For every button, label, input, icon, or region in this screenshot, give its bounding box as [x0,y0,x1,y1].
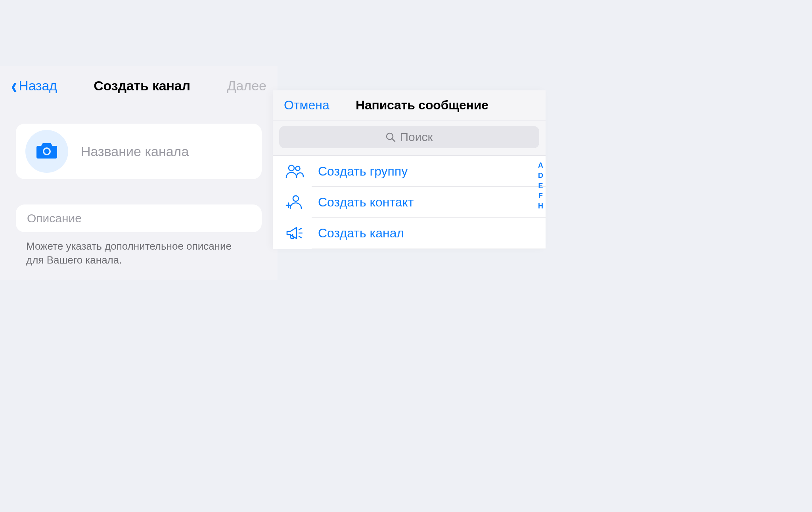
page-title: Создать канал [94,78,190,94]
alphabet-index: A D E F H [538,162,543,210]
index-letter[interactable]: D [538,172,543,180]
megaphone-icon [284,224,304,242]
group-icon [284,162,304,180]
camera-icon [36,141,58,162]
back-label: Назад [19,78,57,94]
index-letter[interactable]: H [538,203,543,210]
compose-message-panel: Отмена Написать сообщение Поиск Создать … [273,90,546,249]
svg-point-4 [289,165,294,171]
channel-description-card [16,204,262,232]
svg-point-1 [44,149,50,154]
channel-name-input[interactable] [81,144,252,159]
option-label: Создать контакт [318,195,414,210]
svg-point-5 [296,166,300,171]
search-input[interactable]: Поиск [279,126,539,148]
search-container: Поиск [273,120,546,156]
navbar: Отмена Написать сообщение [273,90,546,120]
svg-point-2 [387,133,393,139]
chevron-left-icon: ‹ [11,74,17,97]
channel-name-card [16,124,262,179]
create-contact-option[interactable]: Создать контакт [273,187,546,218]
create-channel-option[interactable]: Создать канал [273,218,546,248]
add-contact-icon [284,193,304,211]
index-letter[interactable]: E [538,182,543,190]
cancel-button[interactable]: Отмена [284,98,329,113]
page-title: Написать сообщение [345,98,499,113]
svg-line-9 [299,228,301,230]
search-icon [385,132,396,142]
back-button[interactable]: ‹ Назад [11,76,57,95]
description-footer-note: Можете указать дополнительное описание д… [26,239,251,267]
svg-line-3 [393,139,395,142]
create-channel-panel: ‹ Назад Создать канал Далее Можете указа… [0,66,278,280]
svg-line-11 [299,236,301,238]
option-label: Создать канал [318,226,404,241]
navbar: ‹ Назад Создать канал Далее [0,66,278,105]
set-photo-button[interactable] [25,130,68,173]
svg-point-6 [293,196,299,201]
channel-description-input[interactable] [27,212,251,225]
option-label: Создать группу [318,164,408,179]
index-letter[interactable]: A [538,162,543,170]
next-button[interactable]: Далее [227,78,266,94]
index-letter[interactable]: F [538,192,543,200]
create-group-option[interactable]: Создать группу [273,156,546,187]
search-placeholder: Поиск [400,130,433,144]
